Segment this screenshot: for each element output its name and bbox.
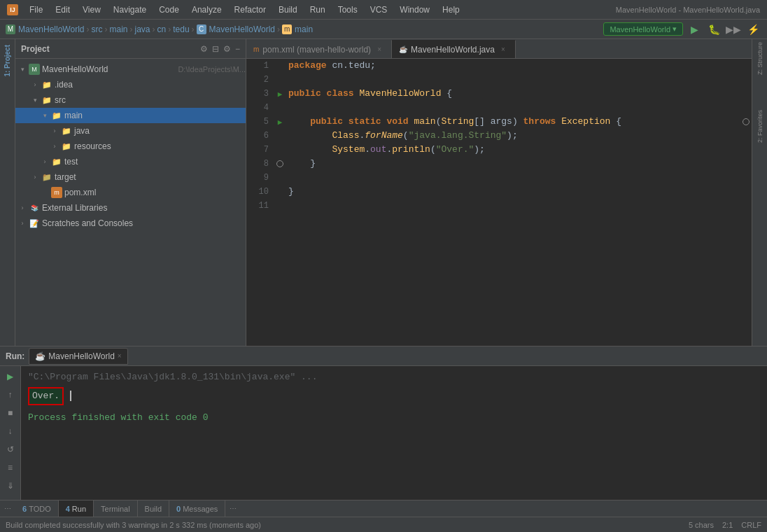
console-filter-btn[interactable]: ≡ — [3, 460, 18, 475]
tree-test[interactable]: › 📁 test — [15, 154, 246, 169]
idea-folder-icon: 📁 — [41, 79, 52, 90]
bc-java[interactable]: java — [135, 24, 150, 34]
test-label: test — [64, 157, 246, 167]
project-path: D:\IdeaProjects\M... — [178, 65, 246, 74]
panel-settings-icon[interactable]: ⚙ — [200, 44, 208, 54]
code-line-9: 9 — [246, 171, 752, 185]
menu-tools[interactable]: Tools — [332, 4, 363, 16]
menu-view[interactable]: View — [77, 4, 106, 16]
menu-edit[interactable]: Edit — [50, 4, 76, 16]
console-scroll-btn[interactable]: ⇓ — [3, 478, 18, 493]
bc-cn[interactable]: cn — [157, 24, 167, 34]
status-position: 2:1 — [722, 521, 733, 529]
menu-code[interactable]: Code — [153, 4, 185, 16]
tree-src[interactable]: ▾ 📁 src — [15, 92, 246, 108]
pom-label: pom.xml — [64, 188, 246, 197]
run-tab-main[interactable]: ☕ MavenHelloWorld × — [29, 348, 127, 365]
panel-close-icon[interactable]: − — [235, 44, 240, 54]
line-num-11: 11 — [246, 201, 274, 211]
console-output-line: Over. — [28, 387, 760, 405]
menu-refactor[interactable]: Refactor — [229, 4, 272, 16]
console-up-btn[interactable]: ↑ — [3, 387, 18, 402]
profile-button[interactable]: ⚡ — [745, 21, 761, 38]
debug-button[interactable]: 🐛 — [705, 21, 722, 38]
line-num-8: 8 — [246, 159, 274, 169]
menu-analyze[interactable]: Analyze — [186, 4, 227, 16]
menu-vcs[interactable]: VCS — [365, 4, 393, 16]
project-panel: Project ⚙ ⊟ ⚙ − ▾ M MavenHelloWorld D:\I… — [15, 39, 246, 346]
favorites-label[interactable]: 2: Favorites — [755, 107, 765, 146]
code-content-6: Class.forName("java.lang.String"); — [286, 129, 752, 143]
tab-java[interactable]: ☕ MavenHelloWorld.java × — [392, 40, 516, 58]
run-label: Run: — [6, 351, 24, 361]
tab-build[interactable]: Build — [138, 500, 169, 517]
tree-java[interactable]: › 📁 java — [15, 123, 246, 139]
status-bar: Build completed successfully with 3 warn… — [0, 517, 767, 532]
menu-navigate[interactable]: Navigate — [108, 4, 152, 16]
messages-num: 0 — [176, 505, 181, 513]
panel-gear-icon[interactable]: ⚙ — [223, 44, 231, 54]
java-tab-icon: ☕ — [399, 46, 407, 53]
main-label: main — [64, 111, 246, 120]
bc-main[interactable]: main — [109, 24, 127, 34]
bc-tedu[interactable]: tedu — [173, 24, 189, 34]
run-arrow-3[interactable]: ▶ — [278, 90, 283, 99]
console-run-btn[interactable]: ▶ — [3, 369, 18, 384]
run-arrow-5[interactable]: ▶ — [278, 118, 283, 127]
project-folder-icon: M — [29, 64, 40, 75]
code-content-8: } — [286, 157, 752, 171]
more-tabs-right[interactable]: ⋯ — [225, 500, 241, 517]
tree-target[interactable]: › 📁 target — [15, 169, 246, 185]
tab-todo[interactable]: 6 TODO — [15, 500, 59, 517]
tab-messages[interactable]: 0 Messages — [169, 500, 225, 517]
tree-resources[interactable]: › 📁 resources — [15, 139, 246, 154]
target-arrow-icon: › — [31, 173, 39, 181]
panel-layout-icon[interactable]: ⊟ — [212, 44, 219, 54]
more-tabs-left[interactable]: ⋯ — [0, 500, 15, 517]
line-num-5: 5 — [246, 117, 274, 127]
bc-project[interactable]: MavenHelloWorld — [18, 24, 84, 34]
external-arrow-icon: › — [18, 204, 27, 212]
test-arrow-icon: › — [41, 158, 49, 166]
bc-src[interactable]: src — [91, 24, 102, 34]
tree-pom[interactable]: › m pom.xml — [15, 185, 246, 200]
tab-run[interactable]: 4 Run — [59, 500, 94, 517]
code-editor[interactable]: 1 package cn.tedu; 2 3 ▶ public class Ma… — [246, 59, 752, 346]
console-rerun-btn[interactable]: ↺ — [3, 442, 18, 457]
run-config-selector[interactable]: MavenHelloWorld ▾ — [603, 22, 683, 36]
tree-scratches[interactable]: › 📝 Scratches and Consoles — [15, 216, 246, 231]
coverage-button[interactable]: ▶▶ — [725, 21, 742, 38]
tab-pom[interactable]: m pom.xml (maven-hello-world) × — [246, 40, 392, 58]
bc-class[interactable]: MavenHelloWorld — [209, 24, 275, 34]
run-tab-close[interactable]: × — [118, 352, 122, 360]
run-button[interactable]: ▶ — [686, 21, 703, 38]
console-controls: ▶ ↑ ■ ↓ ↺ ≡ ⇓ — [0, 366, 21, 500]
tree-idea[interactable]: › 📁 .idea — [15, 77, 246, 92]
tree-external[interactable]: › 📚 External Libraries — [15, 200, 246, 216]
java-tab-close[interactable]: × — [498, 45, 508, 55]
tree-main[interactable]: ▾ 📁 main — [15, 108, 246, 123]
menu-run[interactable]: Run — [304, 4, 331, 16]
console-stop-btn[interactable]: ■ — [3, 405, 18, 421]
project-panel-label[interactable]: 1: Project — [2, 42, 13, 80]
menu-help[interactable]: Help — [437, 4, 465, 16]
code-line-7: 7 System.out.println("Over."); — [246, 143, 752, 157]
console-cmd-text: "C:\Program Files\Java\jdk1.8.0_131\bin\… — [28, 372, 317, 382]
console-success-text: Process finished with exit code 0 — [28, 412, 208, 423]
tree-root[interactable]: ▾ M MavenHelloWorld D:\IdeaProjects\M... — [15, 62, 246, 77]
build-label: Build — [145, 505, 162, 513]
code-line-5: 5 ▶ public static void main(String[] arg… — [246, 115, 752, 129]
run-num: 4 — [66, 505, 70, 513]
console-output[interactable]: "C:\Program Files\Java\jdk1.8.0_131\bin\… — [21, 366, 767, 500]
window-title: MavenHelloWorld - MavenHelloWorld.java — [616, 6, 760, 14]
pom-tab-close[interactable]: × — [374, 45, 384, 55]
structure-label[interactable]: Z: Structure — [755, 39, 765, 78]
menu-file[interactable]: File — [24, 4, 48, 16]
tab-terminal[interactable]: Terminal — [94, 500, 138, 517]
bc-method[interactable]: main — [295, 24, 313, 34]
run-tab-bar: Run: ☕ MavenHelloWorld × — [0, 346, 767, 366]
menu-window[interactable]: Window — [394, 4, 435, 16]
menu-build[interactable]: Build — [273, 4, 303, 16]
code-line-4: 4 — [246, 101, 752, 115]
console-down-btn[interactable]: ↓ — [3, 424, 18, 439]
